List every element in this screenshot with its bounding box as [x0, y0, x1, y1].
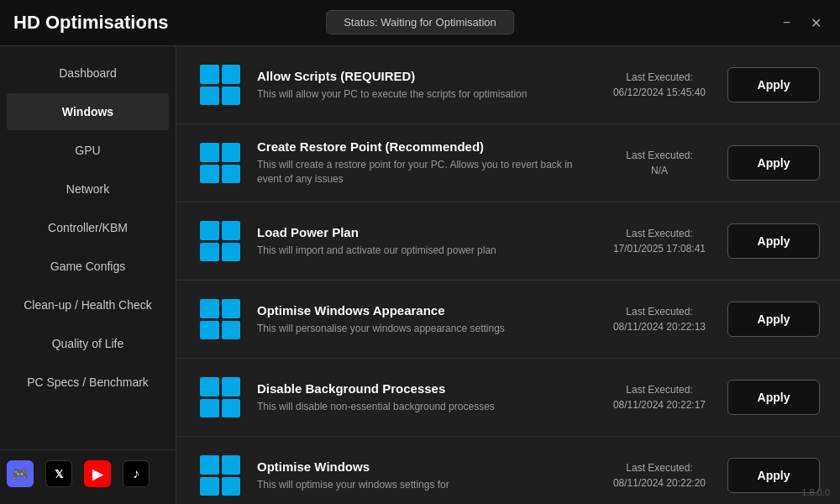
optimise-windows-appearance-description: This will personalise your windows appea…: [257, 322, 591, 336]
optimise-windows-appearance-last-executed-label: Last Executed:: [605, 304, 714, 319]
sidebar-nav: DashboardWindowsGPUNetworkController/KBM…: [0, 53, 176, 402]
title-bar: HD Optimisations Status: Waiting for Opt…: [0, 0, 840, 46]
load-power-plan-meta: Last Executed: 17/01/2025 17:08:41: [605, 226, 714, 256]
load-power-plan-last-executed-value: 17/01/2025 17:08:41: [605, 241, 714, 256]
load-power-plan-icon: [197, 218, 244, 265]
sidebar-item-quality-of-life[interactable]: Quality of Life: [7, 325, 169, 362]
disable-background-processes-meta: Last Executed: 08/11/2024 20:22:17: [605, 382, 714, 412]
create-restore-point-description: This will create a restore point for you…: [257, 158, 591, 186]
disable-background-processes-apply-button[interactable]: Apply: [727, 380, 820, 415]
sidebar-item-cleanup-health[interactable]: Clean-up / Health Check: [7, 286, 169, 323]
allow-scripts-description: This will allow your PC to execute the s…: [257, 87, 591, 102]
create-restore-point-meta: Last Executed: N/A: [605, 148, 714, 178]
allow-scripts-text: Allow Scripts (REQUIRED) This will allow…: [257, 69, 591, 102]
disable-background-processes-last-executed-value: 08/11/2024 20:22:17: [605, 397, 714, 412]
sidebar-item-windows[interactable]: Windows: [7, 93, 169, 130]
disable-background-processes-title: Disable Background Processes: [257, 381, 591, 396]
x-icon[interactable]: 𝕏: [45, 460, 72, 487]
optimise-windows-appearance-icon: [197, 296, 244, 343]
sidebar-item-network[interactable]: Network: [7, 171, 169, 207]
sidebar: DashboardWindowsGPUNetworkController/KBM…: [0, 46, 176, 504]
youtube-icon[interactable]: ▶: [84, 460, 111, 487]
optimise-windows-title: Optimise Windows: [257, 459, 591, 474]
sidebar-item-gpu[interactable]: GPU: [7, 132, 169, 169]
create-restore-point-last-executed-value: N/A: [605, 163, 714, 178]
opt-item-disable-background-processes: Disable Background Processes This will d…: [176, 359, 840, 437]
main-layout: DashboardWindowsGPUNetworkController/KBM…: [0, 46, 840, 504]
version-label: 1.8.0.0: [801, 487, 830, 497]
sidebar-item-dashboard[interactable]: Dashboard: [7, 55, 169, 92]
sidebar-footer: 🎮 𝕏 ▶ ♪: [0, 449, 176, 497]
create-restore-point-title: Create Restore Point (Recommended): [257, 139, 591, 154]
optimise-windows-last-executed-label: Last Executed:: [605, 460, 714, 475]
allow-scripts-icon: [197, 61, 244, 108]
sidebar-item-game-configs[interactable]: Game Configs: [7, 248, 169, 285]
main-content: Allow Scripts (REQUIRED) This will allow…: [176, 46, 840, 504]
optimise-windows-last-executed-value: 08/11/2024 20:22:20: [605, 475, 714, 491]
allow-scripts-title: Allow Scripts (REQUIRED): [257, 69, 591, 83]
sidebar-item-pc-specs-benchmark[interactable]: PC Specs / Benchmark: [7, 364, 169, 401]
optimise-windows-appearance-last-executed-value: 08/11/2024 20:22:13: [605, 319, 714, 334]
optimise-windows-icon: [197, 452, 244, 499]
status-badge: Status: Waiting for Optimisation: [326, 10, 514, 34]
allow-scripts-last-executed-label: Last Executed:: [605, 70, 714, 85]
optimise-windows-appearance-meta: Last Executed: 08/11/2024 20:22:13: [605, 304, 714, 334]
opt-item-load-power-plan: Load Power Plan This will import and act…: [176, 202, 840, 281]
sidebar-item-controller-kbm[interactable]: Controller/KBM: [7, 209, 169, 246]
load-power-plan-apply-button[interactable]: Apply: [727, 223, 820, 259]
discord-icon[interactable]: 🎮: [7, 460, 34, 487]
allow-scripts-meta: Last Executed: 06/12/2024 15:45:40: [605, 70, 714, 100]
create-restore-point-icon: [197, 139, 244, 186]
create-restore-point-last-executed-label: Last Executed:: [605, 148, 714, 163]
disable-background-processes-text: Disable Background Processes This will d…: [257, 381, 591, 414]
optimise-windows-text: Optimise Windows This will optimise your…: [257, 459, 591, 492]
opt-item-optimise-windows: Optimise Windows This will optimise your…: [176, 437, 840, 504]
opt-item-optimise-windows-appearance: Optimise Windows Appearance This will pe…: [176, 281, 840, 359]
close-button[interactable]: ✕: [806, 13, 827, 33]
optimise-windows-appearance-title: Optimise Windows Appearance: [257, 303, 591, 318]
app-title: HD Optimisations: [13, 12, 169, 34]
optimise-windows-meta: Last Executed: 08/11/2024 20:22:20: [605, 460, 714, 491]
create-restore-point-text: Create Restore Point (Recommended) This …: [257, 139, 591, 186]
load-power-plan-last-executed-label: Last Executed:: [605, 226, 714, 241]
minimize-button[interactable]: −: [778, 13, 795, 32]
load-power-plan-description: This will import and activate our optimi…: [257, 244, 591, 258]
allow-scripts-last-executed-value: 06/12/2024 15:45:40: [605, 85, 714, 100]
optimizations-list: Allow Scripts (REQUIRED) This will allow…: [176, 46, 840, 504]
opt-item-allow-scripts: Allow Scripts (REQUIRED) This will allow…: [176, 46, 840, 124]
disable-background-processes-last-executed-label: Last Executed:: [605, 382, 714, 397]
load-power-plan-text: Load Power Plan This will import and act…: [257, 225, 591, 258]
disable-background-processes-icon: [197, 374, 244, 421]
opt-item-create-restore-point: Create Restore Point (Recommended) This …: [176, 124, 840, 202]
create-restore-point-apply-button[interactable]: Apply: [727, 145, 820, 181]
load-power-plan-title: Load Power Plan: [257, 225, 591, 239]
optimise-windows-description: This will optimise your windows settings…: [257, 478, 591, 492]
allow-scripts-apply-button[interactable]: Apply: [727, 67, 820, 102]
window-controls: − ✕: [778, 13, 827, 33]
optimise-windows-appearance-apply-button[interactable]: Apply: [727, 302, 820, 337]
optimise-windows-appearance-text: Optimise Windows Appearance This will pe…: [257, 303, 591, 336]
tiktok-icon[interactable]: ♪: [123, 460, 150, 487]
disable-background-processes-description: This will disable non-essential backgrou…: [257, 400, 591, 414]
